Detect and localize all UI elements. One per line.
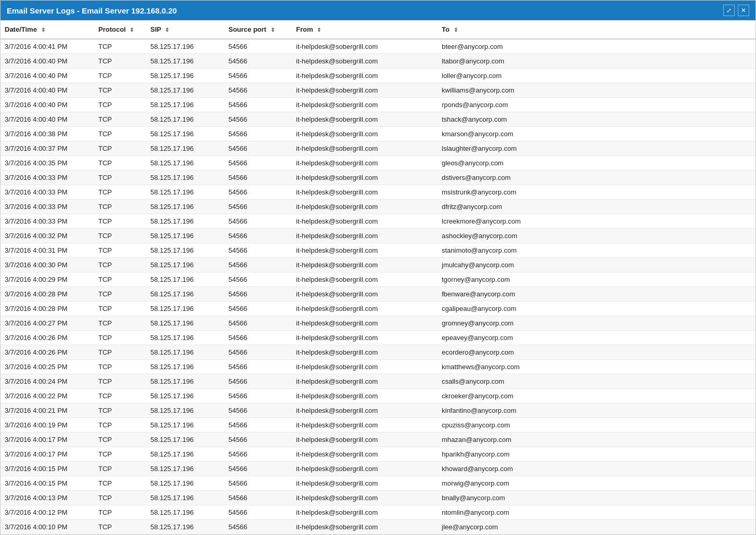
table-row[interactable]: 3/7/2016 4:00:25 PMTCP58.125.17.19654566…: [1, 360, 755, 374]
cell-sip: 58.125.17.196: [146, 316, 224, 331]
table-row[interactable]: 3/7/2016 4:00:40 PMTCP58.125.17.19654566…: [1, 83, 755, 98]
sort-icon-sport: ⇕: [271, 27, 275, 33]
cell-to: ecordero@anycorp.com: [438, 345, 755, 360]
table-row[interactable]: 3/7/2016 4:00:33 PMTCP58.125.17.19654566…: [1, 171, 755, 185]
table-row[interactable]: 3/7/2016 4:00:13 PMTCP58.125.17.19654566…: [1, 491, 755, 505]
cell-datetime: 3/7/2016 4:00:15 PM: [1, 476, 94, 491]
table-row[interactable]: 3/7/2016 4:00:40 PMTCP58.125.17.19654566…: [1, 112, 755, 127]
col-header-sport[interactable]: Source port ⇕: [224, 20, 292, 39]
table-row[interactable]: 3/7/2016 4:00:26 PMTCP58.125.17.19654566…: [1, 345, 755, 360]
table-row[interactable]: 3/7/2016 4:00:40 PMTCP58.125.17.19654566…: [1, 54, 755, 69]
cell-to: ashockley@anycorp.com: [438, 229, 755, 243]
col-header-sip[interactable]: SIP ⇕: [146, 20, 224, 39]
table-row[interactable]: 3/7/2016 4:00:40 PMTCP58.125.17.19654566…: [1, 69, 755, 83]
table-row[interactable]: 3/7/2016 4:00:30 PMTCP58.125.17.19654566…: [1, 258, 755, 272]
table-row[interactable]: 3/7/2016 4:00:17 PMTCP58.125.17.19654566…: [1, 447, 755, 462]
cell-sport: 54566: [224, 229, 292, 243]
cell-sport: 54566: [224, 302, 292, 316]
cell-to: csalls@anycorp.com: [438, 374, 755, 389]
cell-to: stanimoto@anycorp.com: [438, 243, 755, 258]
cell-sip: 58.125.17.196: [146, 229, 224, 243]
table-row[interactable]: 3/7/2016 4:00:10 PMTCP58.125.17.19654566…: [1, 534, 755, 535]
cell-sport: 54566: [224, 505, 292, 520]
window-title: Email Server Logs - Email Server 192.168…: [7, 6, 177, 15]
expand-button[interactable]: ⤢: [723, 5, 735, 16]
cell-to: gleos@anycorp.com: [438, 156, 755, 171]
cell-from: it-helpdesk@sobergrill.com: [292, 389, 438, 403]
cell-datetime: 3/7/2016 4:00:33 PM: [1, 200, 94, 214]
col-header-to[interactable]: To ⇕: [438, 20, 755, 39]
cell-protocol: TCP: [94, 69, 146, 83]
cell-sip: 58.125.17.196: [146, 287, 224, 302]
table-row[interactable]: 3/7/2016 4:00:37 PMTCP58.125.17.19654566…: [1, 141, 755, 156]
cell-from: it-helpdesk@sobergrill.com: [292, 287, 438, 302]
cell-from: it-helpdesk@sobergrill.com: [292, 374, 438, 389]
table-row[interactable]: 3/7/2016 4:00:33 PMTCP58.125.17.19654566…: [1, 200, 755, 214]
table-row[interactable]: 3/7/2016 4:00:38 PMTCP58.125.17.19654566…: [1, 127, 755, 141]
cell-from: it-helpdesk@sobergrill.com: [292, 214, 438, 229]
cell-to: ltabor@anycorp.com: [438, 54, 755, 69]
table-row[interactable]: 3/7/2016 4:00:22 PMTCP58.125.17.19654566…: [1, 389, 755, 403]
cell-protocol: TCP: [94, 98, 146, 112]
table-row[interactable]: 3/7/2016 4:00:21 PMTCP58.125.17.19654566…: [1, 403, 755, 418]
cell-to: kmarson@anycorp.com: [438, 127, 755, 141]
table-row[interactable]: 3/7/2016 4:00:26 PMTCP58.125.17.19654566…: [1, 331, 755, 345]
cell-sip: 58.125.17.196: [146, 389, 224, 403]
cell-to: lcreekmore@anycorp.com: [438, 214, 755, 229]
cell-datetime: 3/7/2016 4:00:26 PM: [1, 345, 94, 360]
cell-sport: 54566: [224, 112, 292, 127]
cell-to: morwig@anycorp.com: [438, 476, 755, 491]
col-header-protocol[interactable]: Protocol ⇕: [94, 20, 146, 39]
cell-sport: 54566: [224, 83, 292, 98]
table-body: 3/7/2016 4:00:41 PMTCP58.125.17.19654566…: [1, 39, 755, 534]
table-row[interactable]: 3/7/2016 4:00:15 PMTCP58.125.17.19654566…: [1, 462, 755, 476]
cell-datetime: 3/7/2016 4:00:19 PM: [1, 418, 94, 433]
table-row[interactable]: 3/7/2016 4:00:33 PMTCP58.125.17.19654566…: [1, 214, 755, 229]
sort-icon-sip: ⇕: [165, 27, 169, 33]
cell-datetime: 3/7/2016 4:00:32 PM: [1, 229, 94, 243]
col-header-datetime[interactable]: Date/Time ⇕: [1, 20, 94, 39]
cell-protocol: TCP: [94, 83, 146, 98]
cell-protocol: TCP: [94, 374, 146, 389]
cell-to: kmatthews@anycorp.com: [438, 360, 755, 374]
cell-datetime: 3/7/2016 4:00:40 PM: [1, 112, 94, 127]
table-row[interactable]: 3/7/2016 4:00:33 PMTCP58.125.17.19654566…: [1, 185, 755, 200]
cell-from: it-helpdesk@sobergrill.com: [292, 476, 438, 491]
cell-datetime: 3/7/2016 4:00:15 PM: [1, 462, 94, 476]
close-button[interactable]: ✕: [738, 5, 749, 16]
cell-to: cpuziss@anycorp.com: [438, 418, 755, 433]
cell-sip: 58.125.17.196: [146, 54, 224, 69]
cell-protocol: TCP: [94, 403, 146, 418]
cell-datetime: 3/7/2016 4:00:33 PM: [1, 214, 94, 229]
cell-datetime: 3/7/2016 4:00:28 PM: [1, 287, 94, 302]
table-row[interactable]: 3/7/2016 4:00:41 PMTCP58.125.17.19654566…: [1, 39, 755, 54]
table-row[interactable]: 3/7/2016 4:00:27 PMTCP58.125.17.19654566…: [1, 316, 755, 331]
sort-icon-protocol: ⇕: [130, 27, 134, 33]
table-row[interactable]: 3/7/2016 4:00:28 PMTCP58.125.17.19654566…: [1, 287, 755, 302]
cell-datetime: 3/7/2016 4:00:31 PM: [1, 243, 94, 258]
table-row[interactable]: 3/7/2016 4:00:17 PMTCP58.125.17.19654566…: [1, 433, 755, 447]
table-row[interactable]: 3/7/2016 4:00:29 PMTCP58.125.17.19654566…: [1, 272, 755, 287]
table-row[interactable]: 3/7/2016 4:00:32 PMTCP58.125.17.19654566…: [1, 229, 755, 243]
cell-sport: 54566: [224, 69, 292, 83]
cell-datetime: 3/7/2016 4:00:24 PM: [1, 374, 94, 389]
cell-to: tshack@anycorp.com: [438, 112, 755, 127]
table-row[interactable]: 3/7/2016 4:00:40 PMTCP58.125.17.19654566…: [1, 98, 755, 112]
cell-sip: 58.125.17.196: [146, 345, 224, 360]
table-row[interactable]: 3/7/2016 4:00:24 PMTCP58.125.17.19654566…: [1, 374, 755, 389]
table-row[interactable]: 3/7/2016 4:00:10 PMTCP58.125.17.19654566…: [1, 520, 755, 534]
cell-datetime: 3/7/2016 4:00:29 PM: [1, 272, 94, 287]
table-row[interactable]: 3/7/2016 4:00:28 PMTCP58.125.17.19654566…: [1, 302, 755, 316]
table-row[interactable]: 3/7/2016 4:00:15 PMTCP58.125.17.19654566…: [1, 476, 755, 491]
cell-sip: 58.125.17.196: [146, 112, 224, 127]
cell-from: it-helpdesk@sobergrill.com: [292, 418, 438, 433]
table-row[interactable]: 3/7/2016 4:00:12 PMTCP58.125.17.19654566…: [1, 505, 755, 520]
table-row[interactable]: 3/7/2016 4:00:19 PMTCP58.125.17.19654566…: [1, 418, 755, 433]
cell-sip: 58.125.17.196: [146, 272, 224, 287]
col-header-from[interactable]: From ⇕: [292, 20, 438, 39]
table-row[interactable]: 3/7/2016 4:00:35 PMTCP58.125.17.19654566…: [1, 156, 755, 171]
cell-from: it-helpdesk@sobergrill.com: [292, 39, 438, 54]
table-row[interactable]: 3/7/2016 4:00:31 PMTCP58.125.17.19654566…: [1, 243, 755, 258]
cell-datetime: 3/7/2016 4:00:38 PM: [1, 127, 94, 141]
cell-sip: 58.125.17.196: [146, 69, 224, 83]
